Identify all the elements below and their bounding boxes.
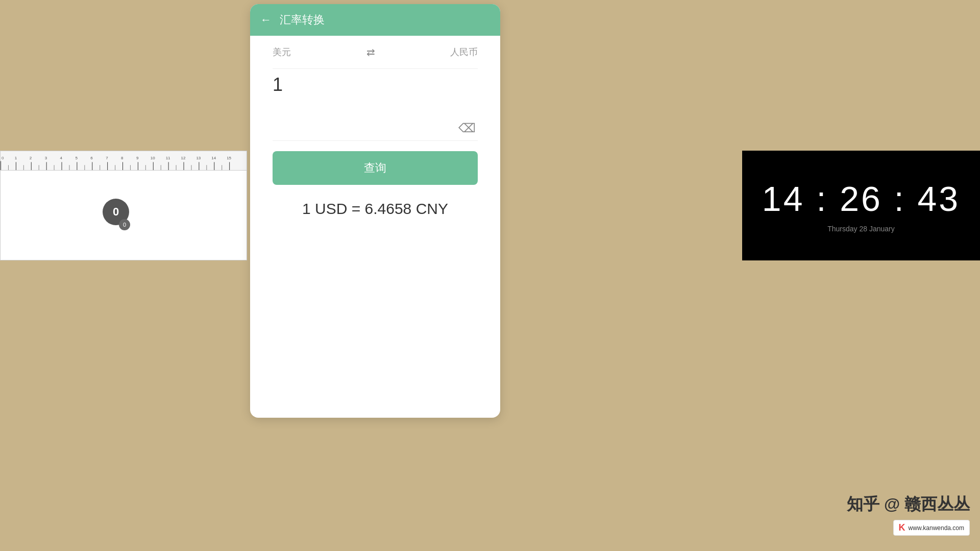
- svg-rect-19: [84, 165, 85, 170]
- converter-title: 汇率转换: [280, 12, 325, 28]
- kanwenda-badge: K www.kanwenda.com: [893, 520, 970, 536]
- currency-row: 美元 ⇄ 人民币: [262, 46, 488, 58]
- input-area: ⌫: [262, 69, 488, 140]
- ruler-widget: 0 generate ticks 1 2 3 4 5 6: [0, 151, 247, 260]
- swap-icon[interactable]: ⇄: [366, 46, 375, 58]
- svg-rect-46: [222, 165, 222, 170]
- converter-body: 美元 ⇄ 人民币 ⌫ 查询 1 USD = 6.4658 CNY: [250, 36, 500, 228]
- svg-text:12: 12: [181, 156, 186, 160]
- svg-text:8: 8: [121, 156, 124, 160]
- svg-rect-25: [115, 165, 115, 170]
- svg-rect-44: [229, 162, 230, 170]
- svg-rect-10: [39, 165, 39, 170]
- svg-rect-5: [31, 162, 32, 170]
- clock-date: Thursday 28 January: [827, 225, 895, 233]
- clock-widget: 14 : 26 : 43 Thursday 28 January: [742, 151, 980, 260]
- ruler-content: 0 0: [1, 171, 247, 260]
- ruler-top: 0 generate ticks 1 2 3 4 5 6: [1, 151, 247, 171]
- amount-input[interactable]: [273, 74, 478, 95]
- broom-icon[interactable]: ⌫: [458, 121, 476, 135]
- svg-rect-16: [69, 165, 69, 170]
- ruler-svg: 0 generate ticks 1 2 3 4 5 6: [1, 151, 247, 170]
- svg-rect-35: [184, 162, 184, 170]
- svg-rect-29: [153, 162, 154, 170]
- svg-rect-13: [54, 165, 55, 170]
- svg-rect-2: [16, 162, 16, 170]
- svg-text:1: 1: [15, 156, 17, 160]
- svg-text:5: 5: [75, 156, 78, 160]
- converter-widget: ← 汇率转换 美元 ⇄ 人民币 ⌫ 查询 1 USD = 6.4658 CNY: [250, 4, 500, 418]
- svg-rect-41: [214, 162, 214, 170]
- converter-header: ← 汇率转换: [250, 4, 500, 36]
- back-button[interactable]: ←: [260, 13, 272, 27]
- svg-rect-38: [199, 162, 199, 170]
- svg-rect-23: [122, 162, 123, 170]
- kanwenda-url: www.kanwenda.com: [909, 524, 964, 532]
- svg-rect-43: [206, 165, 207, 170]
- svg-text:13: 13: [196, 156, 201, 160]
- svg-rect-34: [161, 165, 161, 170]
- counter-value: 0: [113, 205, 119, 219]
- svg-rect-11: [62, 162, 62, 170]
- svg-rect-8: [46, 162, 47, 170]
- zhihu-text: 知乎 @ 赣西丛丛: [847, 493, 970, 516]
- result-text: 1 USD = 6.4658 CNY: [262, 200, 488, 218]
- from-currency-label: 美元: [273, 46, 291, 58]
- svg-text:3: 3: [45, 156, 47, 160]
- svg-rect-26: [138, 162, 138, 170]
- svg-rect-32: [168, 162, 169, 170]
- svg-rect-0: [1, 161, 1, 170]
- svg-text:2: 2: [30, 156, 32, 160]
- svg-rect-17: [92, 162, 92, 170]
- bottom-divider: [273, 140, 478, 141]
- svg-rect-20: [107, 162, 108, 170]
- svg-rect-40: [191, 165, 191, 170]
- svg-text:14: 14: [211, 156, 216, 160]
- svg-rect-31: [145, 165, 146, 170]
- svg-rect-22: [100, 165, 100, 170]
- clock-time: 14 : 26 : 43: [762, 179, 960, 219]
- svg-rect-14: [77, 162, 77, 170]
- watermark: 知乎 @ 赣西丛丛 K www.kanwenda.com: [847, 493, 970, 536]
- svg-text:6: 6: [90, 156, 93, 160]
- svg-text:15: 15: [227, 156, 231, 160]
- svg-rect-37: [176, 165, 177, 170]
- svg-rect-4: [8, 165, 9, 170]
- query-button[interactable]: 查询: [273, 151, 478, 185]
- kanwenda-k-icon: K: [899, 522, 905, 533]
- to-currency-label: 人民币: [450, 46, 478, 58]
- svg-text:9: 9: [136, 156, 138, 160]
- svg-text:10: 10: [151, 156, 155, 160]
- svg-text:11: 11: [166, 156, 170, 160]
- svg-rect-28: [130, 165, 131, 170]
- svg-text:7: 7: [106, 156, 108, 160]
- counter-small-value: 0: [123, 222, 126, 228]
- counter-bubble-small: 0: [119, 219, 130, 230]
- svg-text:4: 4: [60, 156, 63, 160]
- svg-rect-7: [23, 165, 24, 170]
- svg-text:0: 0: [2, 156, 4, 160]
